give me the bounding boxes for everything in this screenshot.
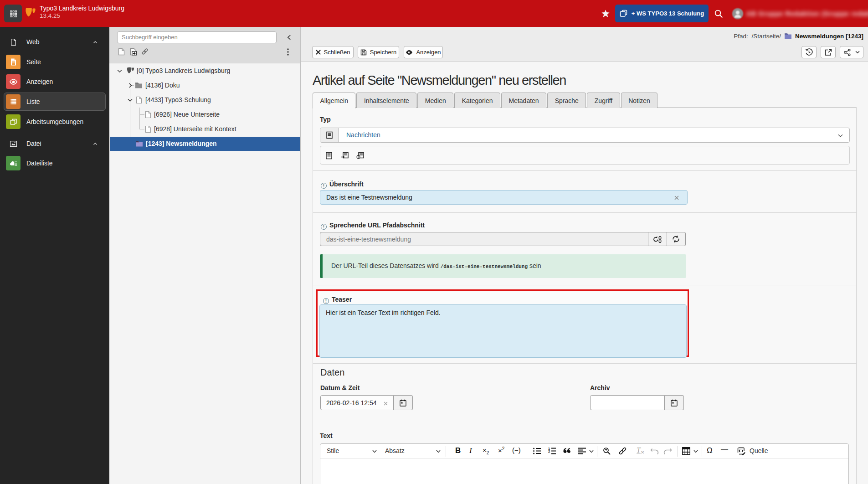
svg-text:2: 2 [548,450,550,453]
